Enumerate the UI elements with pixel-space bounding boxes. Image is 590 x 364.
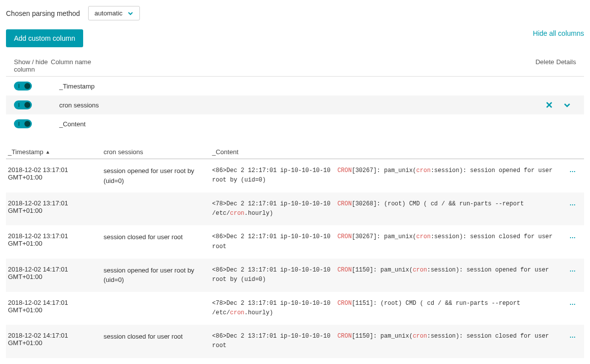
cell-timestamp: 2018-12-02 13:17:01 GMT+01:00 bbox=[6, 199, 104, 214]
th-content[interactable]: _Content bbox=[212, 148, 562, 156]
close-icon[interactable] bbox=[545, 101, 553, 109]
row-actions[interactable]: … bbox=[562, 166, 584, 174]
parsing-value: automatic bbox=[95, 9, 122, 17]
header-show-hide: Show / hide column bbox=[6, 58, 51, 73]
cell-timestamp: 2018-12-02 14:17:01 GMT+01:00 bbox=[6, 332, 104, 347]
column-name: cron sessions bbox=[59, 101, 545, 109]
more-icon[interactable]: … bbox=[570, 332, 577, 339]
row-actions[interactable]: … bbox=[562, 232, 584, 240]
cell-content: <78>Dec 2 12:17:01 ip-10-10-10-10CRON[30… bbox=[212, 199, 562, 218]
cell-content: <86>Dec 2 13:17:01 ip-10-10-10-10CRON[11… bbox=[212, 332, 562, 351]
table-row: 2018-12-02 13:17:01 GMT+01:00session clo… bbox=[6, 225, 584, 258]
column-name: _Timestamp bbox=[59, 83, 571, 90]
header-details: Details bbox=[554, 58, 584, 73]
column-row: cron sessions bbox=[6, 95, 584, 114]
cell-timestamp: 2018-12-02 13:17:01 GMT+01:00 bbox=[6, 166, 104, 181]
cell-cron: session opened for user root by (uid=0) bbox=[104, 166, 212, 185]
cell-content: <78>Dec 2 13:17:01 ip-10-10-10-10CRON[11… bbox=[212, 299, 562, 318]
cell-timestamp: 2018-12-02 14:17:01 GMT+01:00 bbox=[6, 299, 104, 314]
cell-timestamp: 2018-12-02 13:17:01 GMT+01:00 bbox=[6, 232, 104, 247]
more-icon[interactable]: … bbox=[570, 266, 577, 273]
cell-content: <86>Dec 2 12:17:01 ip-10-10-10-10CRON[30… bbox=[212, 166, 562, 185]
column-row: _Content bbox=[6, 114, 584, 133]
header-delete: Delete bbox=[524, 58, 554, 73]
cell-timestamp: 2018-12-02 14:17:01 GMT+01:00 bbox=[6, 266, 104, 280]
table-row: 2018-12-02 14:17:01 GMT+01:00session ope… bbox=[6, 259, 584, 292]
table-row: 2018-12-02 13:17:01 GMT+01:00<78>Dec 2 1… bbox=[6, 192, 584, 225]
column-row: _Timestamp bbox=[6, 77, 584, 95]
row-actions[interactable]: … bbox=[562, 266, 584, 273]
header-column-name: Column name bbox=[51, 58, 524, 73]
row-actions[interactable]: … bbox=[562, 299, 584, 306]
cell-cron: session closed for user root bbox=[104, 232, 212, 242]
sort-asc-icon: ▲ bbox=[45, 149, 50, 155]
toggle-switch[interactable] bbox=[14, 100, 32, 109]
parsing-select[interactable]: automatic bbox=[88, 6, 140, 20]
table-row: 2018-12-02 14:17:01 GMT+01:00session clo… bbox=[6, 325, 584, 358]
parsing-label: Chosen parsing method bbox=[6, 9, 80, 17]
cell-content: <86>Dec 2 12:17:01 ip-10-10-10-10CRON[30… bbox=[212, 232, 562, 251]
column-name: _Content bbox=[59, 120, 571, 128]
toggle-switch[interactable] bbox=[14, 82, 32, 91]
hide-all-columns-button[interactable]: Hide all columns bbox=[533, 29, 584, 37]
th-timestamp[interactable]: _Timestamp ▲ bbox=[6, 148, 104, 156]
chevron-down-icon bbox=[127, 10, 133, 16]
toggle-switch[interactable] bbox=[14, 119, 32, 128]
th-cron[interactable]: cron sessions bbox=[104, 148, 212, 156]
more-icon[interactable]: … bbox=[570, 199, 577, 207]
row-actions[interactable]: … bbox=[562, 199, 584, 207]
cell-cron: session opened for user root by (uid=0) bbox=[104, 266, 212, 285]
more-icon[interactable]: … bbox=[570, 299, 577, 306]
th-timestamp-label: _Timestamp bbox=[8, 148, 43, 156]
table-row: 2018-12-02 13:17:01 GMT+01:00session ope… bbox=[6, 159, 584, 192]
table-row: 2018-12-02 14:17:01 GMT+01:00<78>Dec 2 1… bbox=[6, 292, 584, 325]
cell-cron: session closed for user root bbox=[104, 332, 212, 342]
row-actions[interactable]: … bbox=[562, 332, 584, 339]
add-column-button[interactable]: Add custom column bbox=[6, 29, 83, 47]
more-icon[interactable]: … bbox=[570, 232, 577, 240]
cell-content: <86>Dec 2 13:17:01 ip-10-10-10-10CRON[11… bbox=[212, 266, 562, 284]
chevron-down-icon[interactable] bbox=[563, 101, 571, 109]
more-icon[interactable]: … bbox=[570, 166, 577, 174]
